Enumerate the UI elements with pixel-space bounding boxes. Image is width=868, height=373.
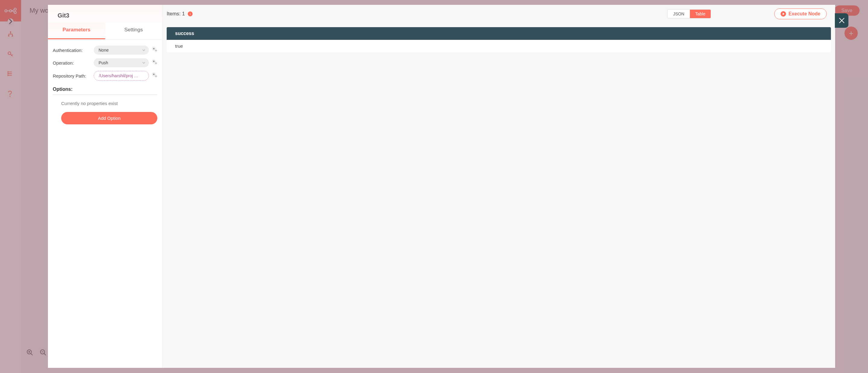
svg-point-16 <box>156 50 157 51</box>
view-json-button[interactable]: JSON <box>668 10 689 18</box>
param-authentication-row: Authentication: None <box>53 46 157 55</box>
close-button[interactable] <box>835 13 848 28</box>
param-authentication-gear-icon[interactable] <box>152 47 157 53</box>
param-repository-path-label: Repository Path: <box>53 73 94 79</box>
add-option-button[interactable]: Add Option <box>61 112 157 124</box>
svg-point-22 <box>153 74 155 75</box>
output-table: success true <box>167 27 831 52</box>
close-icon <box>838 17 845 24</box>
view-toggle: JSON Table <box>667 9 711 19</box>
play-icon <box>781 11 786 17</box>
svg-point-24 <box>156 76 157 77</box>
svg-point-14 <box>153 48 155 50</box>
param-repository-path-gear-icon[interactable] <box>152 73 157 79</box>
svg-point-18 <box>153 61 155 62</box>
param-operation-row: Operation: Push <box>53 58 157 67</box>
param-authentication-select[interactable]: None <box>94 46 149 55</box>
param-operation-select[interactable]: Push <box>94 58 149 67</box>
view-table-button[interactable]: Table <box>690 10 711 18</box>
no-properties-text: Currently no properties exist <box>53 96 157 111</box>
info-icon[interactable]: i <box>188 11 193 16</box>
svg-point-20 <box>156 63 157 64</box>
panel-tabs: Parameters Settings <box>48 23 162 39</box>
param-operation-gear-icon[interactable] <box>152 59 157 66</box>
chevron-down-icon <box>142 61 145 64</box>
execute-node-label: Execute Node <box>788 11 820 17</box>
param-authentication-label: Authentication: <box>53 48 94 53</box>
parameters-form: Authentication: None Operation: Push <box>48 39 162 131</box>
param-repository-path-value: /Users/harshil/proj … <box>99 73 138 78</box>
output-table-row: true <box>167 40 831 52</box>
tab-settings[interactable]: Settings <box>105 23 162 39</box>
node-editor-modal: Git3 Parameters Settings Authentication:… <box>48 5 835 368</box>
param-operation-value: Push <box>98 60 108 65</box>
output-table-header: success <box>167 27 831 40</box>
tab-parameters[interactable]: Parameters <box>48 23 105 39</box>
param-repository-path-row: Repository Path: /Users/harshil/proj … <box>53 71 157 81</box>
chevron-down-icon <box>142 49 145 52</box>
items-count: Items: 1 <box>167 11 185 17</box>
node-title: Git3 <box>48 5 162 23</box>
parameters-panel: Git3 Parameters Settings Authentication:… <box>48 5 162 368</box>
output-panel: Items: 1 i JSON Table Execute Node succe… <box>162 5 835 368</box>
param-repository-path-input[interactable]: /Users/harshil/proj … <box>94 71 149 81</box>
param-operation-label: Operation: <box>53 60 94 65</box>
param-authentication-value: None <box>98 48 108 53</box>
execute-node-button[interactable]: Execute Node <box>774 8 827 19</box>
output-header: Items: 1 i JSON Table Execute Node <box>162 5 835 23</box>
options-header: Options: <box>53 87 157 95</box>
